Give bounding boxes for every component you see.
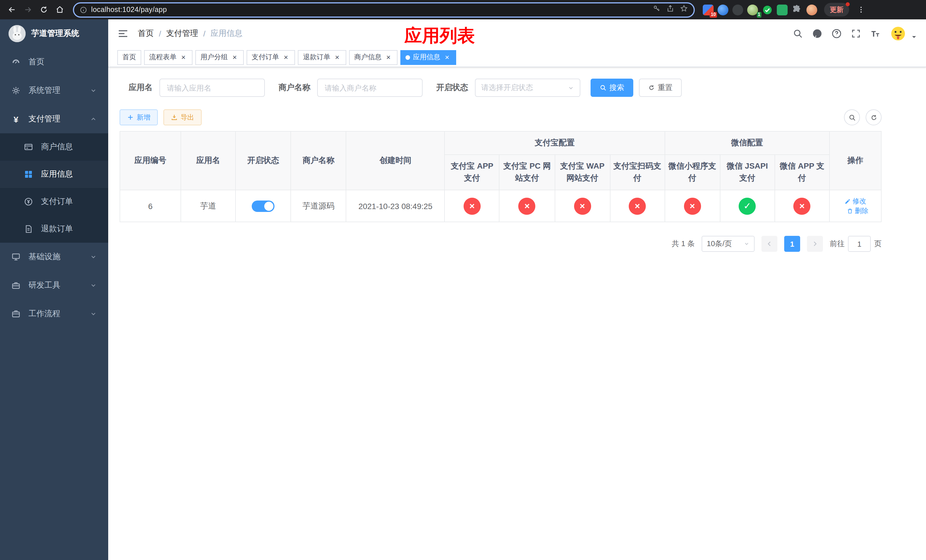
tab-refund-orders[interactable]: 退款订单 ×	[298, 50, 346, 65]
close-icon[interactable]: ×	[443, 53, 451, 61]
table-row: 6 芋道 芋道源码 2021-10-23 08:49:25 × × × × × …	[120, 190, 881, 222]
sidebar-item-label: 应用信息	[41, 169, 73, 179]
sidebar-item-workflow[interactable]: 工作流程	[0, 300, 108, 328]
breadcrumb-payment[interactable]: 支付管理	[166, 29, 198, 39]
page-size-select[interactable]: 10条/页	[702, 236, 755, 252]
extension-icon-5[interactable]	[762, 4, 773, 15]
bookmark-star-icon[interactable]	[680, 5, 688, 15]
profile-badge: 1	[757, 12, 761, 17]
goto-label: 前往	[830, 239, 844, 249]
font-size-icon[interactable]	[870, 29, 881, 39]
toggle-search-icon[interactable]	[844, 109, 860, 125]
sidebar-item-dev-tools[interactable]: 研发工具	[0, 271, 108, 300]
close-icon[interactable]: ×	[333, 53, 341, 61]
github-icon[interactable]	[812, 29, 822, 39]
tab-home[interactable]: 首页	[117, 50, 141, 65]
export-button[interactable]: 导出	[163, 109, 201, 125]
sidebar-item-label: 支付管理	[29, 114, 61, 124]
sidebar-item-infrastructure[interactable]: 基础设施	[0, 243, 108, 271]
chevron-down-icon	[90, 87, 97, 94]
active-dot	[406, 55, 410, 59]
close-icon[interactable]: ×	[231, 53, 239, 61]
tab-merchant-info[interactable]: 商户信息 ×	[349, 50, 398, 65]
goto-suffix: 页	[874, 239, 882, 249]
sidebar-item-home[interactable]: 首页	[0, 48, 108, 76]
fullscreen-icon[interactable]	[851, 29, 861, 39]
sidebar-item-payment[interactable]: ¥ 支付管理	[0, 105, 108, 133]
refund-doc-icon	[24, 224, 33, 233]
tab-label: 首页	[123, 52, 136, 62]
status-toggle[interactable]	[252, 200, 274, 212]
tab-app-info[interactable]: 应用信息 ×	[400, 50, 456, 65]
prev-page-icon[interactable]	[761, 236, 777, 252]
cross-icon: ×	[794, 197, 811, 215]
search-button[interactable]: 搜索	[590, 79, 633, 97]
extension-icon-4[interactable]: 1	[747, 4, 758, 15]
sidebar-item-refund-orders[interactable]: 退款订单	[0, 215, 108, 243]
col-merchant: 商户名称	[291, 131, 346, 190]
close-icon[interactable]: ×	[282, 53, 290, 61]
search-icon[interactable]	[793, 29, 803, 39]
sidebar-item-label: 系统管理	[29, 85, 61, 96]
collapse-sidebar-icon[interactable]	[117, 28, 129, 39]
tab-process-form[interactable]: 流程表单 ×	[144, 50, 192, 65]
back-icon[interactable]	[5, 2, 20, 17]
tab-user-group[interactable]: 用户分组 ×	[195, 50, 244, 65]
extension-icon-3[interactable]	[732, 4, 743, 15]
sidebar-item-app-info[interactable]: 应用信息	[0, 160, 108, 188]
tab-label: 支付订单	[252, 52, 279, 62]
bank-card-icon	[24, 142, 33, 151]
close-icon[interactable]: ×	[179, 53, 188, 61]
site-info-icon[interactable]	[80, 6, 87, 14]
password-key-icon[interactable]	[653, 5, 661, 15]
filter-form: 应用名 商户名称 开启状态 请选择开启状态 搜索	[120, 79, 882, 97]
merchant-name-input[interactable]	[317, 79, 422, 97]
col-create-time: 创建时间	[346, 131, 445, 190]
status-select[interactable]: 请选择开启状态	[475, 79, 580, 97]
navbar-actions	[793, 25, 917, 42]
goto-page-input[interactable]	[848, 236, 871, 252]
export-button-label: 导出	[180, 112, 194, 122]
address-bar[interactable]: localhost:1024/pay/app	[73, 2, 695, 17]
sidebar-item-payment-orders[interactable]: 支付订单	[0, 188, 108, 215]
reload-icon[interactable]	[36, 2, 51, 17]
breadcrumb-home[interactable]: 首页	[138, 29, 154, 39]
col-alipay-wap: 支付宝 WAP 网站支付	[555, 154, 610, 190]
current-page[interactable]: 1	[784, 236, 800, 252]
share-icon[interactable]	[666, 5, 674, 15]
page-content: 应用名 商户名称 开启状态 请选择开启状态 搜索	[108, 67, 926, 560]
app-name-input[interactable]	[159, 79, 265, 97]
browser-menu-icon[interactable]	[854, 2, 869, 17]
caret-down-icon[interactable]	[911, 34, 917, 40]
edit-link[interactable]: 修改	[844, 196, 866, 206]
puzzle-extensions-icon[interactable]	[791, 4, 802, 15]
refresh-table-icon[interactable]	[865, 109, 882, 125]
navbar: 首页 / 支付管理 / 应用信息 应用列表	[108, 20, 926, 48]
add-button[interactable]: 新增	[120, 109, 158, 125]
home-icon[interactable]	[52, 2, 67, 17]
app-logo[interactable]: 芋道管理系统	[0, 20, 108, 48]
extension-icon-1[interactable]: 10	[703, 4, 714, 15]
sidebar-item-merchant-info[interactable]: 商户信息	[0, 133, 108, 160]
help-icon[interactable]	[831, 29, 842, 39]
app-name-label: 应用名	[129, 83, 153, 93]
col-alipay-qr: 支付宝扫码支付	[610, 154, 664, 190]
tab-payment-orders[interactable]: 支付订单 ×	[247, 50, 295, 65]
forward-icon[interactable]	[21, 2, 35, 17]
close-icon[interactable]: ×	[384, 53, 392, 61]
page-size-value: 10条/页	[707, 239, 732, 249]
extension-icon-6[interactable]	[777, 4, 788, 15]
delete-link[interactable]: 删除	[847, 206, 869, 216]
sidebar-item-system[interactable]: 系统管理	[0, 76, 108, 105]
monitor-icon	[11, 252, 21, 262]
sidebar-item-label: 首页	[29, 57, 44, 67]
chevron-up-icon	[90, 116, 97, 123]
next-page-icon[interactable]	[807, 236, 823, 252]
browser-profile-avatar[interactable]	[806, 4, 817, 15]
user-avatar[interactable]	[890, 25, 906, 42]
reset-button[interactable]: 重置	[639, 79, 682, 97]
url-text[interactable]: localhost:1024/pay/app	[91, 6, 649, 14]
extension-icon-2[interactable]	[717, 4, 728, 15]
tags-view-bar: 首页 流程表单 × 用户分组 × 支付订单 × 退款订单 ×	[108, 48, 926, 67]
browser-update-button[interactable]: 更新	[824, 3, 849, 17]
